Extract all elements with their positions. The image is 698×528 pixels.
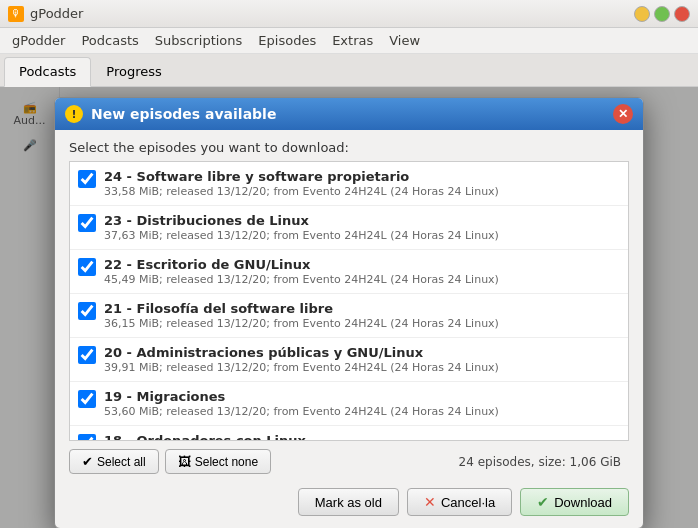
tab-progress[interactable]: Progress [91, 57, 176, 86]
episode-title: 20 - Administraciones públicas y GNU/Lin… [104, 345, 499, 360]
menu-subscriptions[interactable]: Subscriptions [147, 30, 251, 51]
menu-podcasts[interactable]: Podcasts [73, 30, 146, 51]
episode-item[interactable]: 24 - Software libre y software propietar… [70, 162, 628, 206]
episode-meta: 33,58 MiB; released 13/12/20; from Event… [104, 185, 499, 198]
app-icon: 🎙 [8, 6, 24, 22]
select-none-button[interactable]: 🖼 Select none [165, 449, 271, 474]
select-all-button[interactable]: ✔ Select all [69, 449, 159, 474]
window-controls [634, 6, 690, 22]
dialog-footer: ✔ Select all 🖼 Select none 24 episodes, … [55, 441, 643, 482]
episode-meta: 36,15 MiB; released 13/12/20; from Event… [104, 317, 499, 330]
download-button[interactable]: ✔ Download [520, 488, 629, 516]
episode-checkbox[interactable] [78, 214, 96, 232]
dialog-title: New episodes available [91, 106, 613, 122]
episode-list[interactable]: 24 - Software libre y software propietar… [69, 161, 629, 441]
main-area: 📻 Aud... 🎤 ! New episodes available ✕ Se… [0, 87, 698, 528]
menubar: gPodder Podcasts Subscriptions Episodes … [0, 28, 698, 54]
check-icon: ✔ [82, 454, 93, 469]
download-icon: ✔ [537, 494, 549, 510]
episode-meta: 37,63 MiB; released 13/12/20; from Event… [104, 229, 499, 242]
menu-gpodder[interactable]: gPodder [4, 30, 73, 51]
cancel-button[interactable]: ✕ Cancel·la [407, 488, 512, 516]
episode-meta: 39,91 MiB; released 13/12/20; from Event… [104, 361, 499, 374]
dialog-titlebar: ! New episodes available ✕ [55, 98, 643, 130]
episode-checkbox[interactable] [78, 258, 96, 276]
menu-extras[interactable]: Extras [324, 30, 381, 51]
title-bar: 🎙 gPodder [0, 0, 698, 28]
episode-meta: 45,49 MiB; released 13/12/20; from Event… [104, 273, 499, 286]
mark-as-old-button[interactable]: Mark as old [298, 488, 399, 516]
episode-meta: 53,60 MiB; released 13/12/20; from Event… [104, 405, 499, 418]
episode-item[interactable]: 20 - Administraciones públicas y GNU/Lin… [70, 338, 628, 382]
episode-checkbox[interactable] [78, 434, 96, 441]
episode-item[interactable]: 21 - Filosofía del software libre36,15 M… [70, 294, 628, 338]
episode-title: 22 - Escritorio de GNU/Linux [104, 257, 499, 272]
episode-checkbox[interactable] [78, 390, 96, 408]
episode-checkbox[interactable] [78, 302, 96, 320]
minimize-button[interactable] [634, 6, 650, 22]
episode-item[interactable]: 19 - Migraciones53,60 MiB; released 13/1… [70, 382, 628, 426]
episode-item[interactable]: 18 - Ordenadores con Linux46,26 MiB; rel… [70, 426, 628, 441]
dialog-actions: Mark as old ✕ Cancel·la ✔ Download [55, 482, 643, 528]
episode-item[interactable]: 23 - Distribuciones de Linux37,63 MiB; r… [70, 206, 628, 250]
episode-checkbox[interactable] [78, 170, 96, 188]
cancel-icon: ✕ [424, 494, 436, 510]
tab-podcasts[interactable]: Podcasts [4, 57, 91, 87]
dialog-info-icon: ! [65, 105, 83, 123]
episode-title: 19 - Migraciones [104, 389, 499, 404]
close-button[interactable] [674, 6, 690, 22]
episode-title: 18 - Ordenadores con Linux [104, 433, 499, 441]
image-icon: 🖼 [178, 454, 191, 469]
tab-bar: Podcasts Progress [0, 54, 698, 87]
dialog-subtitle: Select the episodes you want to download… [55, 130, 643, 161]
window-title: gPodder [30, 6, 634, 21]
episode-checkbox[interactable] [78, 346, 96, 364]
episode-title: 24 - Software libre y software propietar… [104, 169, 499, 184]
episode-title: 21 - Filosofía del software libre [104, 301, 499, 316]
main-window: 🎙 gPodder gPodder Podcasts Subscriptions… [0, 0, 698, 528]
menu-episodes[interactable]: Episodes [250, 30, 324, 51]
episode-title: 23 - Distribuciones de Linux [104, 213, 499, 228]
size-info: 24 episodes, size: 1,06 GiB [277, 455, 629, 469]
episode-item[interactable]: 22 - Escritorio de GNU/Linux45,49 MiB; r… [70, 250, 628, 294]
menu-view[interactable]: View [381, 30, 428, 51]
dialog-close-button[interactable]: ✕ [613, 104, 633, 124]
new-episodes-dialog: ! New episodes available ✕ Select the ep… [54, 97, 644, 528]
dialog-overlay: ! New episodes available ✕ Select the ep… [0, 87, 698, 528]
maximize-button[interactable] [654, 6, 670, 22]
